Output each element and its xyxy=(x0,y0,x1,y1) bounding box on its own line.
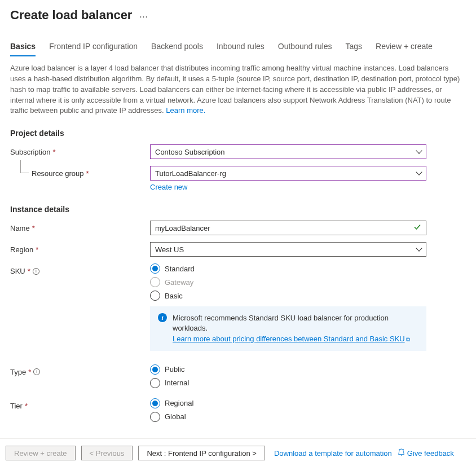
region-select[interactable]: West US xyxy=(150,242,426,257)
more-icon[interactable]: … xyxy=(139,10,148,21)
description-text: Azure load balancer is a layer 4 load ba… xyxy=(10,63,466,116)
sku-standard-option[interactable]: Standard xyxy=(150,263,426,274)
sku-label-text: SKU xyxy=(10,267,25,275)
page-title: Create load balancer xyxy=(10,8,132,23)
footer-bar: Review + create < Previous Next : Fronte… xyxy=(0,438,476,466)
region-value: West US xyxy=(155,245,184,254)
subscription-label: Subscription * xyxy=(10,144,150,156)
sku-info-content: Microsoft recommends Standard SKU load b… xyxy=(173,313,418,344)
resource-group-label: Resource group * xyxy=(10,166,150,178)
resource-group-value: TutorLoadBalancer-rg xyxy=(155,169,226,178)
sku-info-link[interactable]: Learn more about pricing differences bet… xyxy=(173,335,410,343)
sku-basic-option[interactable]: Basic xyxy=(150,291,426,301)
check-icon xyxy=(413,223,421,233)
info-circle-icon: i xyxy=(158,313,167,322)
instance-details-section: Instance details Name * myLoadBalancer R… xyxy=(10,205,466,422)
tab-outbound-rules[interactable]: Outbound rules xyxy=(278,42,332,56)
type-label-text: Type xyxy=(10,368,26,376)
radio-icon xyxy=(150,378,160,388)
subscription-row: Subscription * Contoso Subscription xyxy=(10,144,466,159)
required-asterisk: * xyxy=(53,148,56,156)
tab-basics[interactable]: Basics xyxy=(10,42,36,56)
subscription-label-text: Subscription xyxy=(10,148,51,156)
region-label: Region * xyxy=(10,242,150,254)
tab-backend-pools[interactable]: Backend pools xyxy=(151,42,203,56)
tier-control: Regional Global xyxy=(150,398,426,422)
project-details-title: Project details xyxy=(10,129,466,138)
sku-label: SKU * i xyxy=(10,263,150,275)
required-asterisk: * xyxy=(86,169,89,178)
name-label-text: Name xyxy=(10,224,30,232)
download-template-link[interactable]: Download a template for automation xyxy=(274,449,392,458)
footer-links: Download a template for automation Give … xyxy=(274,449,454,458)
learn-more-link[interactable]: Learn more. xyxy=(166,106,205,115)
name-row: Name * myLoadBalancer xyxy=(10,221,466,235)
tier-global-label: Global xyxy=(165,412,186,421)
sku-standard-label: Standard xyxy=(165,265,195,273)
required-asterisk: * xyxy=(32,224,35,232)
external-icon: ⧉ xyxy=(406,336,410,344)
type-row: Type * i Public Internal xyxy=(10,364,466,388)
tier-row: Tier * Regional Global xyxy=(10,398,466,422)
required-asterisk: * xyxy=(28,368,31,376)
instance-details-title: Instance details xyxy=(10,205,466,214)
tab-review-create[interactable]: Review + create xyxy=(376,42,433,56)
resource-group-select[interactable]: TutorLoadBalancer-rg xyxy=(150,166,426,181)
sku-info-text: Microsoft recommends Standard SKU load b… xyxy=(173,314,389,332)
sku-basic-label: Basic xyxy=(165,292,183,300)
region-row: Region * West US xyxy=(10,242,466,257)
give-feedback-link[interactable]: Give feedback xyxy=(407,449,454,458)
region-label-text: Region xyxy=(10,245,33,254)
tab-frontend-ip[interactable]: Frontend IP configuration xyxy=(49,42,138,56)
type-control: Public Internal xyxy=(150,364,426,388)
tier-radio-group: Regional Global xyxy=(150,398,426,422)
subscription-select[interactable]: Contoso Subscription xyxy=(150,144,426,159)
next-button[interactable]: Next : Frontend IP configuration > xyxy=(138,446,265,460)
type-internal-label: Internal xyxy=(165,379,189,387)
tab-inbound-rules[interactable]: Inbound rules xyxy=(217,42,265,56)
description-body: Azure load balancer is a layer 4 load ba… xyxy=(10,64,460,115)
subscription-value: Contoso Subscription xyxy=(155,148,225,156)
project-details-section: Project details Subscription * Contoso S… xyxy=(10,129,466,191)
tier-regional-label: Regional xyxy=(165,399,193,407)
resource-group-control: TutorLoadBalancer-rg Create new xyxy=(150,166,426,191)
info-icon[interactable]: i xyxy=(33,268,39,275)
previous-button[interactable]: < Previous xyxy=(81,446,133,460)
radio-icon xyxy=(150,398,160,408)
sku-info-link-text: Learn more about pricing differences bet… xyxy=(173,335,405,343)
radio-icon xyxy=(150,263,160,274)
type-radio-group: Public Internal xyxy=(150,364,426,388)
review-create-button[interactable]: Review + create xyxy=(6,446,76,460)
sku-gateway-option[interactable]: Gateway xyxy=(150,277,426,287)
name-input[interactable]: myLoadBalancer xyxy=(150,221,426,235)
subscription-control: Contoso Subscription xyxy=(150,144,426,159)
content-area: Azure load balancer is a layer 4 load ba… xyxy=(0,56,476,438)
tier-label-text: Tier xyxy=(10,402,23,410)
page-header: Create load balancer … xyxy=(0,0,476,23)
tier-global-option[interactable]: Global xyxy=(150,412,426,422)
name-label: Name * xyxy=(10,221,150,232)
resource-group-row: Resource group * TutorLoadBalancer-rg Cr… xyxy=(10,166,466,191)
tier-regional-option[interactable]: Regional xyxy=(150,398,426,408)
sku-gateway-label: Gateway xyxy=(165,278,193,287)
tab-bar: Basics Frontend IP configuration Backend… xyxy=(0,23,476,56)
resource-group-label-text: Resource group xyxy=(32,169,84,178)
required-asterisk: * xyxy=(25,402,28,410)
sku-control: Standard Gateway Basic i Microsoft recom… xyxy=(150,263,426,351)
sku-info-box: i Microsoft recommends Standard SKU load… xyxy=(150,306,426,351)
create-new-link[interactable]: Create new xyxy=(150,183,187,191)
sku-radio-group: Standard Gateway Basic xyxy=(150,263,426,301)
name-value: myLoadBalancer xyxy=(155,224,210,232)
sku-row: SKU * i Standard Gateway Basic xyxy=(10,263,466,351)
feedback-icon xyxy=(398,449,405,458)
radio-icon xyxy=(150,364,160,375)
name-control: myLoadBalancer xyxy=(150,221,426,235)
type-public-label: Public xyxy=(165,365,184,373)
type-public-option[interactable]: Public xyxy=(150,364,426,375)
required-asterisk: * xyxy=(28,267,30,275)
tier-label: Tier * xyxy=(10,398,150,410)
radio-icon xyxy=(150,291,160,301)
info-icon[interactable]: i xyxy=(33,368,40,375)
type-internal-option[interactable]: Internal xyxy=(150,378,426,388)
tab-tags[interactable]: Tags xyxy=(346,42,363,56)
